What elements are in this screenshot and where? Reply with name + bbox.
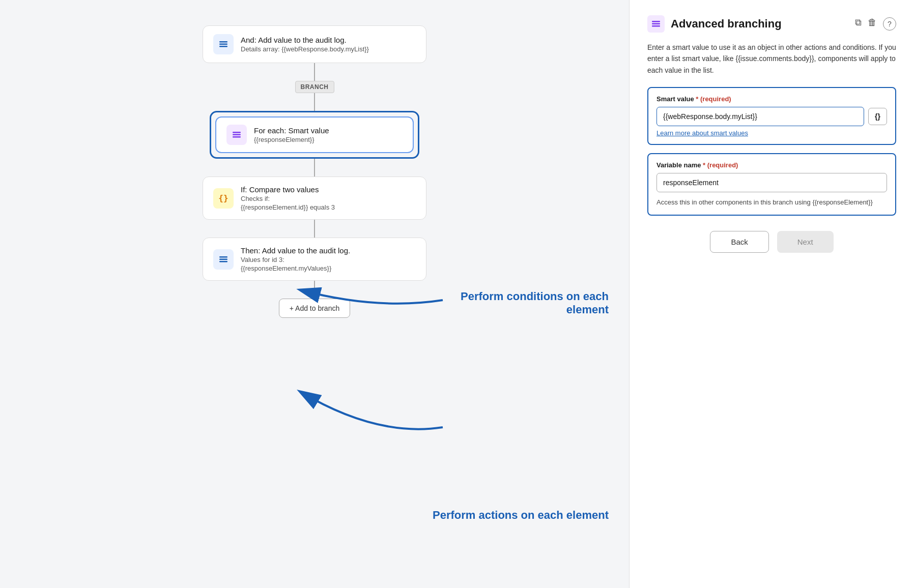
settings-panel: Advanced branching ⧉ 🗑 ? Enter a smart v… — [629, 0, 914, 588]
branch-label: BRANCH — [295, 81, 334, 93]
for-each-subtitle: {{responseElement}} — [254, 136, 329, 143]
smart-value-input[interactable] — [656, 107, 864, 126]
svg-rect-4 — [233, 134, 241, 136]
smart-value-group: Smart value * (required) {} Learn more a… — [647, 87, 896, 145]
connector-1 — [314, 63, 315, 81]
if-card-subtitle-2: {{responseElement.id}} equals 3 — [241, 203, 335, 211]
if-card-subtitle-1: Checks if: — [241, 195, 335, 202]
panel-buttons: Back Next — [647, 231, 896, 253]
svg-rect-0 — [219, 41, 227, 43]
for-each-card[interactable]: For each: Smart value {{responseElement}… — [215, 116, 414, 153]
top-card-icon — [213, 34, 234, 54]
access-note: Access this in other components in this … — [656, 197, 887, 208]
if-card[interactable]: {} If: Compare two values Checks if: {{r… — [203, 177, 426, 220]
svg-rect-2 — [219, 46, 227, 47]
for-each-outer-border: For each: Smart value {{responseElement}… — [210, 111, 419, 159]
svg-rect-3 — [233, 132, 241, 133]
add-branch-button[interactable]: + Add to branch — [279, 299, 350, 318]
svg-rect-11 — [652, 23, 660, 25]
top-card-subtitle: Details array: {{webResponse.body.myList… — [241, 45, 369, 53]
top-card[interactable]: And: Add value to the audit log. Details… — [203, 25, 426, 63]
then-card[interactable]: Then: Add value to the audit log. Values… — [203, 238, 426, 281]
help-icon[interactable]: ? — [883, 17, 896, 31]
annotation-conditions: Perform conditions on each element — [425, 290, 609, 316]
panel-header: Advanced branching ⧉ 🗑 ? — [647, 15, 896, 33]
then-card-content: Then: Add value to the audit log. Values… — [241, 246, 350, 272]
svg-rect-12 — [652, 25, 660, 27]
workflow-wrapper: And: Add value to the audit log. Details… — [203, 15, 426, 318]
if-card-content: If: Compare two values Checks if: {{resp… — [241, 185, 335, 211]
canvas-panel: And: Add value to the audit log. Details… — [0, 0, 629, 588]
panel-header-actions: ⧉ 🗑 ? — [855, 17, 896, 31]
connector-5 — [314, 281, 315, 299]
for-each-content: For each: Smart value {{responseElement}… — [254, 126, 329, 143]
if-card-icon: {} — [213, 188, 234, 209]
svg-rect-1 — [219, 44, 227, 45]
svg-rect-10 — [652, 21, 660, 22]
for-each-title: For each: Smart value — [254, 126, 329, 135]
panel-description: Enter a smart value to use it as an obje… — [647, 42, 896, 76]
next-button[interactable]: Next — [777, 231, 834, 253]
connector-3 — [314, 159, 315, 177]
delete-icon[interactable]: 🗑 — [868, 17, 877, 31]
learn-more-link[interactable]: Learn more about smart values — [656, 129, 887, 137]
back-button[interactable]: Back — [710, 231, 768, 253]
top-card-content: And: Add value to the audit log. Details… — [241, 36, 369, 53]
top-card-title: And: Add value to the audit log. — [241, 36, 369, 44]
svg-rect-7 — [219, 258, 227, 260]
then-card-subtitle-1: Values for id 3: — [241, 256, 350, 263]
then-card-title: Then: Add value to the audit log. — [241, 246, 350, 255]
variable-name-input[interactable] — [656, 173, 887, 192]
svg-rect-6 — [219, 256, 227, 258]
connector-2 — [314, 93, 315, 111]
if-card-title: If: Compare two values — [241, 185, 335, 194]
svg-rect-8 — [219, 261, 227, 262]
main-layout: And: Add value to the audit log. Details… — [0, 0, 914, 588]
for-each-icon — [226, 125, 247, 145]
smart-value-input-row: {} — [656, 107, 887, 126]
panel-title: Advanced branching — [671, 17, 849, 31]
smart-value-curly-button[interactable]: {} — [868, 108, 887, 125]
variable-name-label: Variable name * (required) — [656, 161, 887, 169]
connector-4 — [314, 220, 315, 238]
panel-title-icon — [647, 15, 665, 33]
then-card-subtitle-2: {{responseElement.myValues}} — [241, 264, 350, 272]
svg-rect-5 — [233, 136, 241, 138]
then-card-icon — [213, 249, 234, 270]
smart-value-label: Smart value * (required) — [656, 95, 887, 103]
copy-icon[interactable]: ⧉ — [855, 17, 862, 31]
annotation-actions: Perform actions on each element — [433, 509, 609, 522]
variable-name-group: Variable name * (required) Access this i… — [647, 153, 896, 216]
